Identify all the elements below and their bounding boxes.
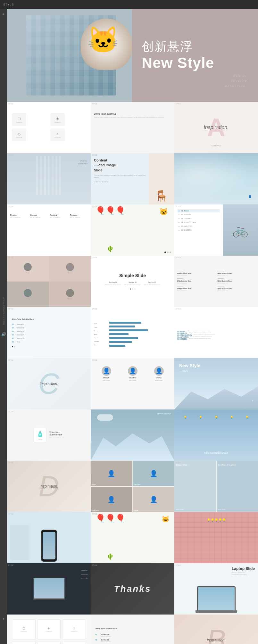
list-num-1: 01	[12, 323, 15, 325]
plant: 🌵	[107, 245, 114, 252]
slide-thumb-22[interactable]: STYLE D Inspiration.	[7, 461, 91, 512]
slide-thumb-5[interactable]: STYLE Content — and Image Slide There ar…	[91, 153, 174, 204]
thumb-label-10: STYLE	[8, 257, 13, 259]
list-dots	[12, 346, 86, 347]
bar-fill-7	[109, 345, 125, 347]
section-02: Section 02 Write your subtitle here for …	[124, 281, 141, 286]
bar-2	[109, 326, 171, 327]
slide-thumb-14[interactable]: STYLE GIVE Photo Browse Music Upload Tra…	[91, 307, 174, 358]
slide-thumb-15[interactable]: STYLE 01. IMAGE Write your subtitle here…	[174, 307, 258, 358]
slide-thumb-1[interactable]: STYLE ◻ Content 01 ◈ Content 02 ◇ Conten…	[7, 102, 91, 153]
menu-icon[interactable]: ≡	[3, 12, 4, 16]
hero-english-text: New Style	[142, 54, 248, 71]
fashion-grid-content: 👤 Cheap in Mode 👤 Cool Place in New York…	[91, 461, 174, 512]
slide-thumb-24[interactable]: STYLE Cheap in Mode Write subtitle Cool …	[174, 461, 258, 512]
slide-thumb-19[interactable]: STYLE 🧴 Product Write Your Subtitle Here…	[7, 409, 91, 461]
content-split-slide: Design Write Your Subtitle Here Browse W…	[7, 209, 91, 223]
slide-thumb-21[interactable]: STYLE 💡 💡 💡 💡 💡 New Collection 2018	[174, 409, 258, 461]
slide-thumb-30[interactable]: STYLE Laptop Slide Write Your Subtitle H…	[174, 563, 258, 615]
nav-item-3: 03. TESTING	[178, 217, 220, 220]
fashion-item-3: 👤 Local Place in Brooklyn	[91, 487, 132, 512]
slide-thumb-icons6[interactable]: ◻ Content 01 ◈ Content 02 ◇ Content 03 ○…	[7, 615, 91, 644]
icon6-sym-1: ◻	[22, 626, 25, 630]
list-text-1: Service 01	[17, 323, 24, 325]
col-browse: Browse Write Your Subtitle Here	[30, 214, 47, 219]
thumb-label-18: STYLE	[176, 359, 181, 361]
thumb-label-13: STYLE	[8, 308, 13, 310]
slide-thumb-28[interactable]: STYLE Service 01 Service 02 Service 03	[7, 563, 91, 615]
thumb-label-27: STYLE	[176, 513, 181, 515]
slide-thumb-25[interactable]: STYLE	[7, 512, 91, 563]
bulb-4: 💡	[224, 416, 239, 419]
thumb-label-30: STYLE	[176, 564, 181, 566]
list-row-5: 05Service 05	[12, 337, 86, 339]
speaker-icon[interactable]: 🔊	[1, 332, 6, 336]
thumbnail-grid-row3: STYLE Design Write Your Subtitle Here Br…	[7, 204, 258, 256]
string-lights-2: 💡💡💡💡💡	[174, 518, 258, 522]
slide-thumb-10[interactable]: STYLE Design Browse Testing Release	[7, 256, 91, 307]
bar-fill-6	[109, 341, 132, 343]
thumb-label-25: STYLE	[8, 513, 13, 515]
portrait-2: Browse	[49, 256, 91, 281]
slide-thumb-7[interactable]: STYLE Design Write Your Subtitle Here Br…	[7, 204, 91, 256]
slide-thumb-29[interactable]: STYLE Thanks	[91, 563, 174, 615]
slide-thumb-12[interactable]: STYLE Write Subtitle Here Write Your Sub…	[174, 256, 258, 307]
thumb-label-8: STYLE	[92, 205, 97, 207]
slide-thumb-16[interactable]: STYLE C Inspiration.	[7, 358, 91, 409]
slide-thumb-services[interactable]: Write Your Subtitle Here 01 Service 01 W…	[91, 615, 174, 644]
slide-thumb-4[interactable]: STYLE Write Your Subtitle Here	[7, 153, 91, 204]
list-row-1: 01Service 01	[12, 323, 86, 325]
icon6-label-2: Content 02	[46, 631, 52, 632]
dot-1	[130, 288, 131, 290]
thumb-label-16: STYLE	[8, 359, 13, 361]
text-body: There are many variations of passages of…	[94, 117, 171, 119]
hero-right-panel: 创新悬浮 New Style DESIGN. DEVELOP. MARKETIN…	[132, 9, 258, 102]
slide-thumb-2[interactable]: STYLE WRITE YOUR SUBTITLE There are many…	[91, 102, 174, 153]
nav-item-1: 01. IMAGE	[178, 209, 220, 212]
content-slide-body: There are many variations of passages of…	[94, 174, 146, 178]
bird-figure: 👤	[248, 195, 252, 198]
slide-thumb-8[interactable]: STYLE 🎈🎈🎈 🐱 🌵	[91, 204, 174, 256]
bar-fill-1	[109, 322, 141, 324]
slide-thumb-27[interactable]: STYLE 💡💡💡💡💡	[174, 512, 258, 563]
slide-thumb-11[interactable]: STYLE Simple Slide Section 01 Write your…	[91, 256, 174, 307]
icon-sym-2: ◈	[56, 116, 59, 121]
laptop-shape	[197, 586, 236, 610]
thumb-label-23: STYLE	[92, 462, 97, 464]
slide-thumb-9[interactable]: STYLE 01. IMAGE 02. MOCKUP 03. TESTING 0…	[174, 204, 258, 256]
nav-item-6: 06. SUCCESS	[178, 228, 220, 232]
nav-item-5: 05. ANALYTICS	[178, 225, 220, 228]
thumb-label-28: STYLE	[8, 564, 13, 566]
fashion-fig-2: 👤	[150, 470, 158, 477]
bar-1	[109, 322, 171, 324]
building-side-text: Write Your Subtitle Here	[78, 160, 87, 165]
thumb-label-6: STYLE	[176, 154, 181, 156]
laptop-base	[196, 610, 237, 613]
ice-texture	[174, 153, 258, 204]
slide-thumb-18[interactable]: STYLE New Style — Style	[174, 358, 258, 409]
slide-thumb-13[interactable]: STYLE Write Your Subtitle Here 01Service…	[7, 307, 91, 358]
fashion-label-1: Cheap	[92, 483, 96, 485]
slide-thumb-26[interactable]: STYLE 🎈🎈🎈 🐱 🌵	[91, 512, 174, 563]
photo-caption-2: Write subtitle	[218, 509, 226, 510]
new-style-title: New Style	[179, 363, 200, 368]
hero-left-panel	[7, 9, 132, 102]
insp-text-b: Inspiration.	[207, 638, 226, 642]
new-style-subtitle: — Style	[179, 369, 188, 372]
cloud-shape	[97, 414, 113, 421]
icon6-6: ✦ Content 06	[62, 641, 86, 644]
slide-thumb-17[interactable]: STYLE 👤 DESIGN Write subtitle 👤 SUCCESS …	[91, 358, 174, 409]
sub-text-2: Write Your Subtitle Here	[218, 275, 256, 277]
laptop-screen	[198, 587, 235, 610]
slide-thumb-23[interactable]: STYLE 👤 Cheap in Mode 👤 Cool Place in Ne…	[91, 461, 174, 512]
desktop-list-3: Service 03	[81, 578, 87, 580]
fashion-item-1: 👤 Cheap in Mode	[91, 461, 132, 486]
slide-thumb-6[interactable]: STYLE 👤	[174, 153, 258, 204]
slide-thumb-3[interactable]: STYLE A Inspiration. COMPANY	[174, 102, 258, 153]
slide-thumb-inspb[interactable]: B Inspiration.	[174, 615, 258, 644]
slide-thumb-20[interactable]: STYLE House in Motion	[91, 409, 174, 461]
sub-title-5: Write Subtitle Here	[177, 288, 215, 290]
icon6-label-1: Content 01	[21, 631, 27, 632]
section-02-text: Write your subtitle here for this sectio…	[124, 284, 141, 286]
team-member-1: 👤 DESIGN Write subtitle	[94, 366, 119, 406]
